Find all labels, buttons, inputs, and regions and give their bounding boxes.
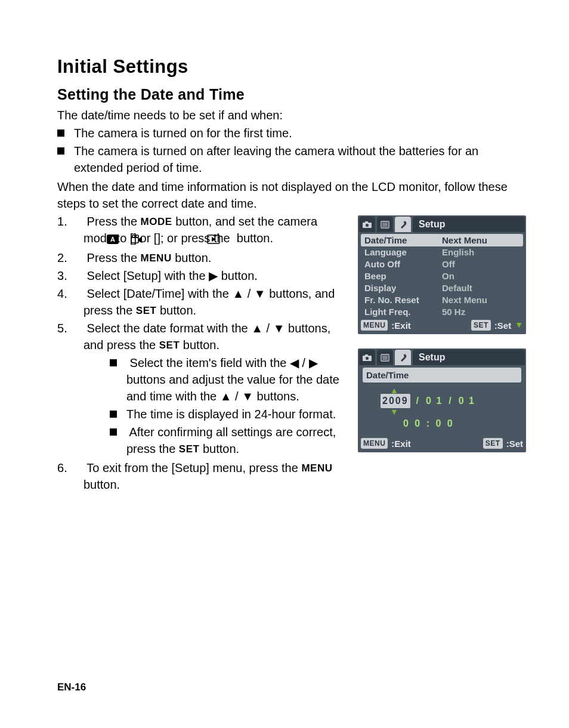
lcd-setup-menu: Setup Date/TimeNext MenuLanguageEnglishA… — [358, 215, 526, 334]
exit-label: :Exit — [391, 437, 411, 450]
intro-line: The date/time needs to be set if and whe… — [57, 107, 526, 124]
steps-column: Press the MODE button, and set the camer… — [57, 213, 342, 494]
time-separator: : — [426, 418, 431, 428]
intro-bullet: The camera is turned on for the first ti… — [60, 125, 526, 141]
lcd-menu-row: Date/TimeNext Menu — [361, 234, 523, 246]
intro-bullet: The camera is turned on after leaving th… — [60, 143, 526, 176]
step-5-sub: Select the item's field with the ◀ / ▶ b… — [84, 354, 342, 405]
lcd-footer: MENU :Exit SET :Set ▼ — [359, 318, 525, 333]
lcd-tab-wrench-icon — [395, 217, 411, 232]
lcd-menu-row: BeepOn — [361, 270, 523, 282]
minute-field: 0 0 — [435, 418, 454, 428]
lcd-menu-item-label: Fr. No. Reset — [361, 294, 441, 306]
right-arrow-icon: ▶ — [309, 356, 318, 369]
menu-badge: MENU — [361, 320, 388, 331]
lcd-menu-row: Fr. No. ResetNext Menu — [361, 294, 523, 306]
lcd-tab-list-icon — [377, 350, 393, 365]
svg-rect-14 — [365, 354, 368, 356]
body-text: The date/time needs to be set if and whe… — [57, 107, 526, 494]
hour-field: 0 0 — [403, 418, 422, 428]
day-field: 0 1 — [459, 394, 475, 408]
lcd-menu-item-value: English — [441, 246, 523, 258]
down-arrow-icon: ▼ — [242, 390, 253, 403]
date-separator: / — [416, 394, 420, 408]
lcd-datetime-subtitle: Date/Time — [363, 368, 521, 382]
lcd-title: Setup — [413, 350, 525, 365]
lcd-menu-item-value: Default — [441, 282, 523, 294]
step-1: Press the MODE button, and set the camer… — [57, 213, 342, 248]
step-5-sub: After confirming all settings are correc… — [84, 424, 342, 457]
heading-setting-date-time: Setting the Date and Time — [57, 86, 526, 103]
lcd-tabs: Setup — [359, 217, 525, 232]
step-3: Select [Setup] with the ▶ button. — [57, 267, 342, 284]
screenshots-column: Setup Date/TimeNext MenuLanguageEnglishA… — [358, 213, 526, 467]
svg-point-3 — [132, 235, 135, 237]
lcd-title: Setup — [413, 217, 525, 232]
lcd-menu-item-value: Next Menu — [441, 234, 523, 246]
step-5: Select the date format with the ▲ / ▼ bu… — [57, 320, 342, 457]
lcd-menu-row: LanguageEnglish — [361, 246, 523, 258]
lcd-tab-wrench-icon — [395, 350, 411, 365]
lcd-menu-item-value: Off — [441, 258, 523, 270]
page-number: EN-16 — [57, 681, 86, 693]
right-arrow-icon: ▶ — [209, 269, 218, 282]
set-action-label: :Set — [506, 437, 523, 450]
lcd-menu-item-label: Language — [361, 246, 441, 258]
left-arrow-icon: ◀ — [290, 356, 299, 369]
step-5-sublist: Select the item's field with the ◀ / ▶ b… — [84, 354, 342, 457]
down-arrow-icon: ▼ — [273, 322, 285, 335]
menu-badge: MENU — [361, 438, 388, 449]
intro-bullets: The camera is turned on for the first ti… — [57, 125, 526, 176]
date-separator: / — [449, 394, 452, 408]
lcd-tab-camera-icon — [359, 350, 375, 365]
mode-label: MODE — [141, 216, 172, 227]
steps-list: Press the MODE button, and set the camer… — [57, 213, 342, 493]
svg-point-15 — [366, 357, 369, 360]
svg-point-8 — [366, 224, 369, 227]
lcd-footer: MENU :Exit SET :Set — [359, 436, 525, 451]
up-arrow-icon: ▲ — [251, 322, 263, 335]
set-label: SET — [179, 443, 200, 455]
heading-initial-settings: Initial Settings — [57, 56, 526, 78]
menu-label: MENU — [301, 462, 332, 474]
lcd-menu-item-label: Date/Time — [361, 234, 441, 246]
set-action-label: :Set — [494, 319, 511, 332]
lcd-menu-rows: Date/TimeNext MenuLanguageEnglishAuto Of… — [359, 232, 525, 318]
lcd-menu-item-value: Next Menu — [441, 294, 523, 306]
lcd-menu-item-label: Auto Off — [361, 258, 441, 270]
lcd-menu-item-label: Light Freq. — [361, 306, 441, 318]
set-badge: SET — [471, 320, 491, 331]
lcd-tab-list-icon — [377, 217, 393, 232]
lcd-menu-item-value: 50 Hz — [441, 306, 523, 318]
set-label: SET — [159, 340, 180, 351]
step-4: Select [Date/Time] with the ▲ / ▼ button… — [57, 285, 342, 319]
svg-rect-2 — [131, 237, 138, 243]
up-arrow-icon: ▲ — [232, 287, 244, 300]
lcd-menu-row: DisplayDefault — [361, 282, 523, 294]
exit-label: :Exit — [391, 319, 411, 332]
lcd-tab-camera-icon — [359, 217, 375, 232]
lcd-menu-row: Light Freq.50 Hz — [361, 306, 523, 317]
menu-label: MENU — [141, 252, 172, 264]
set-label: SET — [136, 305, 157, 316]
year-field: 2009 — [381, 394, 410, 408]
decrement-arrow-icon: ▼ — [363, 408, 521, 416]
month-field: 0 1 — [426, 394, 443, 408]
scroll-down-icon: ▼ — [515, 319, 523, 331]
lcd-menu-item-label: Display — [361, 282, 441, 294]
set-badge: SET — [483, 438, 503, 449]
up-arrow-icon: ▲ — [220, 390, 232, 403]
svg-text:A: A — [110, 236, 115, 243]
down-arrow-icon: ▼ — [254, 287, 266, 300]
time-line: 0 0 : 0 0 — [363, 417, 521, 430]
lcd-datetime-editor: Setup Date/Time ▲ 2009 / 0 1 / 0 1 ▼ — [358, 348, 526, 452]
lcd-menu-item-value: On — [441, 270, 523, 282]
lcd-menu-row: Auto OffOff — [361, 258, 523, 270]
step-5-sub: The time is displayed in 24-hour format. — [84, 406, 342, 422]
page-content: Initial Settings Setting the Date and Ti… — [0, 0, 569, 494]
step-2: Press the MENU button. — [57, 249, 342, 266]
svg-rect-7 — [365, 221, 368, 223]
svg-point-4 — [136, 235, 138, 237]
increment-arrow-icon: ▲ — [363, 386, 521, 394]
lcd-menu-item-label: Beep — [361, 270, 441, 282]
